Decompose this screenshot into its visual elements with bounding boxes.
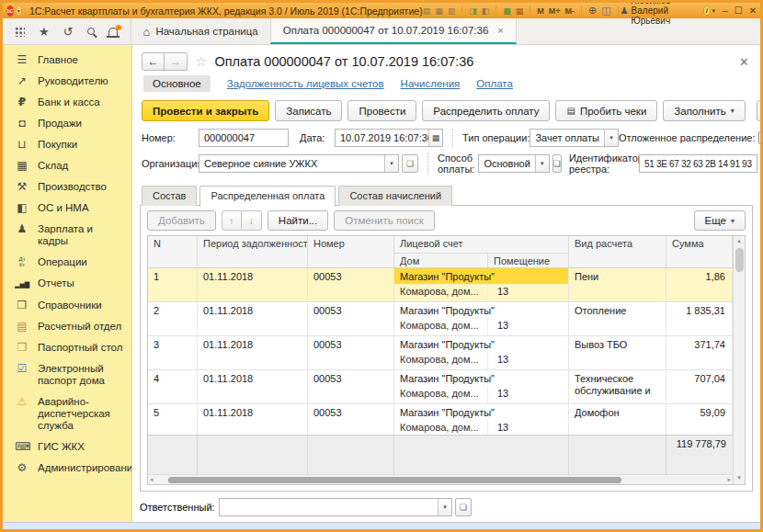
cell-room[interactable]: 13 xyxy=(488,386,568,403)
cell-number[interactable]: 00053 xyxy=(308,370,394,403)
open-organization-icon[interactable]: ❏ xyxy=(402,154,418,173)
registry-id-field[interactable]: 51 3E 67 32 63 2B 14 91 93 xyxy=(639,154,757,173)
system-menu-icon[interactable]: ▾ xyxy=(16,6,22,16)
pay-method-select[interactable]: Основной ▾ xyxy=(478,154,549,173)
nav-link-debt[interactable]: Задолженность лицевых счетов xyxy=(227,78,384,89)
search-icon[interactable] xyxy=(87,28,95,35)
sidebar-item-briefcase[interactable]: ◘Продажи xyxy=(3,113,131,134)
sidebar-item-menu[interactable]: ☰Главное xyxy=(3,50,131,71)
cell-number[interactable]: 00053 xyxy=(308,268,394,301)
chevron-down-icon[interactable]: ▾ xyxy=(604,130,618,146)
organization-select[interactable]: Северное сияние УЖКХ ▾ xyxy=(199,154,399,173)
cell-calc-type[interactable]: Домофон xyxy=(569,404,666,435)
cell-period[interactable]: 01.11.2018 xyxy=(198,302,308,335)
cell-account-name[interactable]: Магазин "Продукты" xyxy=(394,370,568,386)
open-pay-method-icon[interactable]: ❏ xyxy=(552,154,562,173)
chevron-down-icon[interactable]: ▾ xyxy=(712,7,716,15)
zoom-icon[interactable]: ⊕ xyxy=(588,5,597,17)
sidebar-item-book[interactable]: ❒Справочники xyxy=(3,295,131,316)
fill-button[interactable]: Заполнить▾ xyxy=(663,100,745,121)
col-room[interactable]: Помещение xyxy=(488,253,569,267)
vertical-scrollbar[interactable]: ▴ ▾ xyxy=(733,236,745,484)
col-house[interactable]: Дом xyxy=(394,253,488,267)
col-account[interactable]: Лицевой счет xyxy=(394,236,569,253)
sidebar-item-chart[interactable]: ▂▅▇Отчеты xyxy=(3,273,131,295)
cell-sum[interactable]: 59,09 xyxy=(666,404,733,435)
save-icon[interactable]: ▤ xyxy=(423,6,431,16)
cell-room[interactable]: 13 xyxy=(488,318,568,335)
cell-n[interactable]: 3 xyxy=(148,336,198,369)
more-button[interactable]: Еще▾ xyxy=(757,100,760,121)
table-row[interactable]: 201.11.201800053Магазин "Продукты"Комаро… xyxy=(148,302,733,336)
hscroll-track[interactable] xyxy=(157,477,723,483)
sidebar-item-gear[interactable]: ⚙Администрирование xyxy=(3,458,131,479)
cell-sum[interactable]: 1,86 xyxy=(666,268,733,301)
user-area[interactable]: ♟ Любимов Валерий Юрьевич xyxy=(621,0,699,26)
sidebar-item-cart[interactable]: ⊔Покупки xyxy=(3,134,131,155)
cell-house[interactable]: Комарова, дом... xyxy=(394,420,488,435)
cell-room[interactable]: 13 xyxy=(488,420,568,435)
sidebar-item-trend[interactable]: ↗Руководителю xyxy=(3,71,131,92)
cell-n[interactable]: 4 xyxy=(148,370,198,403)
tab-home[interactable]: ⌂ Начальная страница xyxy=(131,18,270,44)
horizontal-scrollbar[interactable]: ◂ ▸ xyxy=(148,474,733,484)
cell-sum[interactable]: 371,74 xyxy=(666,336,733,369)
info-icon[interactable]: i xyxy=(703,6,710,16)
cell-account-name[interactable]: Магазин "Продукты" xyxy=(394,302,568,318)
notifications-icon[interactable] xyxy=(108,28,118,36)
col-sum[interactable]: Сумма xyxy=(666,236,733,253)
cell-account-name[interactable]: Магазин "Продукты" xyxy=(394,336,568,352)
nav-link-accruals[interactable]: Начисления xyxy=(401,78,461,89)
tab-accruals-composition[interactable]: Состав начислений xyxy=(338,186,452,206)
memory-m-plus-button[interactable]: M+ xyxy=(549,6,561,16)
cell-number[interactable]: 00053 xyxy=(308,302,394,335)
grid-more-button[interactable]: Еще▾ xyxy=(694,210,746,231)
forward-button[interactable]: → xyxy=(165,52,188,71)
memory-m-button[interactable]: M xyxy=(537,6,544,16)
col-number[interactable]: Номер xyxy=(308,236,394,253)
move-down-icon[interactable]: ↓ xyxy=(242,210,262,231)
sidebar-item-gis[interactable]: ⌨ГИС ЖКХ xyxy=(3,436,131,458)
scroll-up-icon[interactable]: ▴ xyxy=(737,237,741,246)
memory-m-minus-button[interactable]: M- xyxy=(565,6,575,16)
scroll-right-icon[interactable]: ▸ xyxy=(723,476,731,483)
post-and-close-button[interactable]: Провести и закрыть xyxy=(142,100,269,121)
cell-number[interactable]: 00053 xyxy=(308,404,394,435)
number-field[interactable]: 000000047 xyxy=(199,129,289,147)
operation-type-select[interactable]: Зачет оплаты ▾ xyxy=(530,129,618,147)
cell-calc-type[interactable]: Пени xyxy=(569,268,666,301)
cell-sum[interactable]: 1 835,31 xyxy=(666,302,733,335)
calendar-icon[interactable]: ▦ xyxy=(516,6,524,16)
sidebar-item-person[interactable]: ♟Зарплата и кадры xyxy=(3,219,131,252)
split-view-icon[interactable]: ◫ xyxy=(601,5,610,17)
col-calc-type[interactable]: Вид расчета xyxy=(569,236,666,253)
receive-icon[interactable]: ◧ xyxy=(482,6,490,16)
cell-house[interactable]: Комарова, дом... xyxy=(394,318,488,335)
cell-n[interactable]: 1 xyxy=(148,268,198,301)
sidebar-item-warehouse[interactable]: ▦Склад xyxy=(3,155,131,176)
back-button[interactable]: ← xyxy=(142,52,165,71)
tab-close-icon[interactable]: × xyxy=(497,25,503,36)
print-icon[interactable]: ▦ xyxy=(435,6,443,16)
print-preview-icon[interactable]: ▥ xyxy=(448,6,456,16)
cell-house[interactable]: Комарова, дом... xyxy=(394,386,488,403)
calculator-icon[interactable]: ▩ xyxy=(503,6,511,16)
sidebar-item-epassport[interactable]: ☑Электронный паспорт дома xyxy=(3,358,131,391)
sidebar-item-abacus[interactable]: ▤Расчетный отдел xyxy=(3,316,131,337)
close-form-icon[interactable]: ✕ xyxy=(739,55,751,69)
cell-period[interactable]: 01.11.2018 xyxy=(198,404,308,435)
minimize-button[interactable]: – xyxy=(723,6,728,16)
table-row[interactable]: 501.11.201800053Магазин "Продукты"Комаро… xyxy=(148,404,733,435)
hscroll-thumb[interactable] xyxy=(168,477,621,483)
history-icon[interactable]: ↺ xyxy=(63,25,74,39)
add-row-button[interactable]: Добавить xyxy=(147,210,216,231)
nav-main-chip[interactable]: Основное xyxy=(143,75,211,92)
scroll-left-icon[interactable]: ◂ xyxy=(150,476,157,483)
cell-room[interactable]: 13 xyxy=(488,352,568,369)
tab-payment-document[interactable]: Оплата 000000047 от 10.07.2019 16:07:36 … xyxy=(270,18,517,44)
tab-distributed-payment[interactable]: Распределенная оплата xyxy=(199,186,336,207)
distribute-payment-button[interactable]: Распределить оплату xyxy=(422,100,550,121)
cell-number[interactable]: 00053 xyxy=(308,336,394,369)
date-field[interactable]: 10.07.2019 16:07:36 ▦ xyxy=(335,129,443,147)
table-row[interactable]: 401.11.201800053Магазин "Продукты"Комаро… xyxy=(148,370,733,404)
